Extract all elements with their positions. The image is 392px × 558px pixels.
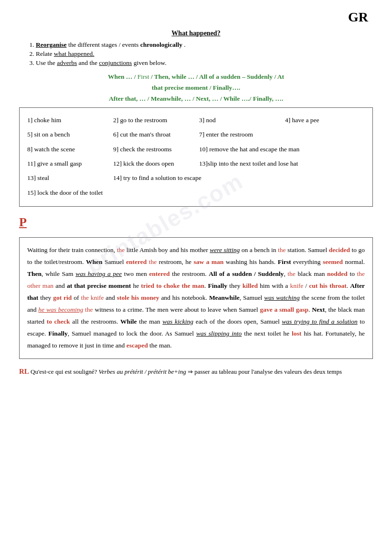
event-row-5: 13] steal 14] try to find a solution to … [27,171,365,185]
adverbs-line1b: that precise moment / Finally…. [19,83,373,94]
event-12: 12] kick the doors open [113,157,199,170]
event-2: 2] go to the restroom [113,114,199,127]
adverbs-line1: When … / First / Then, while … / All of … [19,72,373,83]
chronologically-word: chronologically [140,41,182,48]
rl-rest: passer au tableau pour l'analyse des val… [193,368,342,375]
event-row-1: 1] choke him 2] go to the restroom 3] no… [27,114,365,127]
events-box: 1] choke him 2] go to the restroom 3] no… [19,107,373,207]
what-happened-title: What happened? [19,30,373,37]
instruction-2: Relate what happened. [36,50,373,58]
adverbs-line2: After that, … / Meanwhile, … / Next, … /… [19,94,373,105]
paragraph-box: Waiting for their train connection, the … [19,237,373,359]
event-15: 15] lock the door of the toilet [27,186,103,200]
event-11: 11] give a small gasp [27,157,113,170]
section-p-label: P [19,215,27,230]
reorganise-word: Reorganise [36,41,67,48]
event-row-2: 5] sit on a bench 6] cut the man's throa… [27,128,365,141]
page-header: GR [19,10,373,25]
event-4: 4] have a pee [285,114,371,127]
instruction-1-text: the different stages / events [68,41,140,48]
event-13b: 13] steal [27,171,113,185]
event-row-6: 15] lock the door of the toilet [27,186,365,200]
adverbs-word: adverbs [57,59,77,66]
instruction-3: Use the adverbs and the conjunctions giv… [36,59,373,67]
event-8: 8] watch the scene [27,143,113,156]
what-happened-phrase: what happened. [54,50,95,57]
event-row-3: 8] watch the scene 9] check the restroom… [27,143,365,156]
event-row-4: 11] give a small gasp 12] kick the doors… [27,157,365,170]
event-10: 10] remove the hat and escape the man [199,143,342,156]
instructions-list: Reorganise the different stages / events… [19,41,373,67]
rl-italic: Verbes au prétérit / prétérit be+ing [99,368,186,375]
event-3: 3] nod [199,114,285,127]
instruction-1: Reorganise the different stages / events… [36,41,373,49]
section-p-container: P [19,215,373,233]
logo: GR [348,10,368,24]
event-1: 1] choke him [27,114,113,127]
event-9: 9] check the restrooms [113,143,199,156]
rl-text: Qu'est-ce qui est souligné? [31,368,98,375]
adverbs-block: When … / First / Then, while … / All of … [19,72,373,105]
event-6: 6] cut the man's throat [113,128,199,141]
event-7: 7] enter the restroom [199,128,285,141]
rl-section: RL Qu'est-ce qui est souligné? Verbes au… [19,368,373,376]
rl-arrow: ⇒ [188,368,193,375]
rl-label: RL [19,368,29,375]
event-13a: 13]slip into the next toilet and lose ha… [199,157,342,170]
conjunctions-word: conjunctions [99,59,132,66]
event-14: 14] try to find a solution to escape [113,171,256,185]
para-1: Waiting for their train connection, [27,246,117,253]
event-5: 5] sit on a bench [27,128,113,141]
